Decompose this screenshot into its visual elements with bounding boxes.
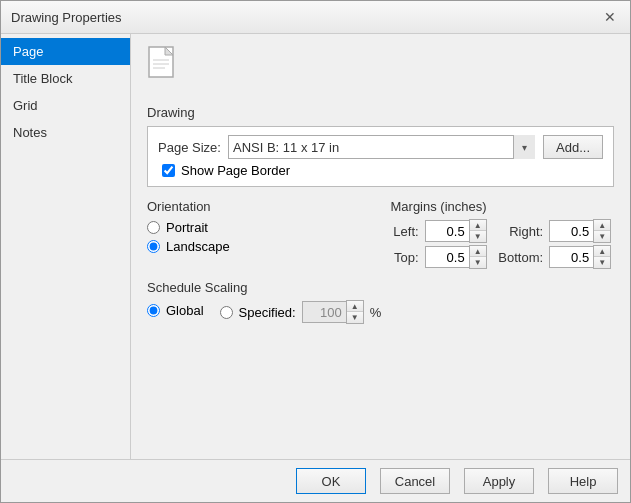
orientation-margins-row: Orientation Portrait Landscape Margins (… xyxy=(147,199,614,268)
add-button[interactable]: Add... xyxy=(543,135,603,159)
show-page-border-checkbox[interactable] xyxy=(162,164,175,177)
cancel-button[interactable]: Cancel xyxy=(380,468,450,494)
left-label: Left: xyxy=(391,224,419,239)
close-button[interactable]: ✕ xyxy=(600,7,620,27)
specified-spin-down[interactable]: ▼ xyxy=(347,312,363,323)
schedule-scaling-label: Schedule Scaling xyxy=(147,280,614,295)
specified-row: Specified: ▲ ▼ % xyxy=(220,301,382,323)
sidebar-item-grid[interactable]: Grid xyxy=(1,92,130,119)
ok-button[interactable]: OK xyxy=(296,468,366,494)
apply-button[interactable]: Apply xyxy=(464,468,534,494)
sidebar-item-page[interactable]: Page xyxy=(1,38,130,65)
page-size-select[interactable]: ANSI B: 11 x 17 in ANSI A: 8.5 x 11 in A… xyxy=(228,135,535,159)
global-radio[interactable] xyxy=(147,304,160,317)
specified-spin-up[interactable]: ▲ xyxy=(347,301,363,312)
right-spin-up[interactable]: ▲ xyxy=(594,220,610,231)
page-size-row: Page Size: ANSI B: 11 x 17 in ANSI A: 8.… xyxy=(158,135,603,159)
bottom-spin-up[interactable]: ▲ xyxy=(594,246,610,257)
drawing-section-box: Page Size: ANSI B: 11 x 17 in ANSI A: 8.… xyxy=(147,126,614,187)
title-bar: Drawing Properties ✕ xyxy=(1,1,630,34)
left-spin-up[interactable]: ▲ xyxy=(470,220,486,231)
left-input[interactable] xyxy=(425,220,469,242)
page-icon xyxy=(147,46,179,84)
landscape-label: Landscape xyxy=(166,239,230,254)
schedule-row: Global Specified: ▲ ▼ % xyxy=(147,301,614,323)
percent-label: % xyxy=(370,305,382,320)
specified-input[interactable] xyxy=(302,301,346,323)
drawing-section-label: Drawing xyxy=(147,105,614,120)
left-spin: ▲ ▼ xyxy=(425,220,490,242)
top-label: Top: xyxy=(391,250,419,265)
margins-grid: Left: ▲ ▼ Right: xyxy=(391,220,615,268)
right-spin-down[interactable]: ▼ xyxy=(594,231,610,242)
orientation-label: Orientation xyxy=(147,199,371,214)
sidebar-item-notes[interactable]: Notes xyxy=(1,119,130,146)
specified-label: Specified: xyxy=(239,305,296,320)
right-spin-buttons: ▲ ▼ xyxy=(593,219,611,243)
show-page-border-label: Show Page Border xyxy=(181,163,290,178)
specified-spin-buttons: ▲ ▼ xyxy=(346,300,364,324)
top-spin-buttons: ▲ ▼ xyxy=(469,245,487,269)
right-spin: ▲ ▼ xyxy=(549,220,614,242)
landscape-radio[interactable] xyxy=(147,240,160,253)
schedule-scaling-section: Schedule Scaling Global Specified: ▲ xyxy=(147,280,614,323)
bottom-spin-buttons: ▲ ▼ xyxy=(593,245,611,269)
bottom-input[interactable] xyxy=(549,246,593,268)
right-input[interactable] xyxy=(549,220,593,242)
portrait-label: Portrait xyxy=(166,220,208,235)
top-spin: ▲ ▼ xyxy=(425,246,490,268)
dialog-title: Drawing Properties xyxy=(11,10,122,25)
right-label: Right: xyxy=(495,224,543,239)
page-size-label: Page Size: xyxy=(158,140,228,155)
content-area: Drawing Page Size: ANSI B: 11 x 17 in AN… xyxy=(131,34,630,459)
portrait-radio[interactable] xyxy=(147,221,160,234)
specified-radio[interactable] xyxy=(220,306,233,319)
global-row: Global xyxy=(147,303,204,318)
left-spin-down[interactable]: ▼ xyxy=(470,231,486,242)
help-button[interactable]: Help xyxy=(548,468,618,494)
drawing-properties-dialog: Drawing Properties ✕ Page Title Block Gr… xyxy=(0,0,631,503)
bottom-spin-down[interactable]: ▼ xyxy=(594,257,610,268)
margins-section: Margins (inches) Left: ▲ ▼ Right: xyxy=(391,199,615,268)
top-spin-up[interactable]: ▲ xyxy=(470,246,486,257)
sidebar-item-title-block[interactable]: Title Block xyxy=(1,65,130,92)
left-spin-buttons: ▲ ▼ xyxy=(469,219,487,243)
bottom-label: Bottom: xyxy=(495,250,543,265)
top-spin-down[interactable]: ▼ xyxy=(470,257,486,268)
dialog-footer: OK Cancel Apply Help xyxy=(1,459,630,502)
dialog-body: Page Title Block Grid Notes xyxy=(1,34,630,459)
bottom-spin: ▲ ▼ xyxy=(549,246,614,268)
drawing-section: Drawing Page Size: ANSI B: 11 x 17 in AN… xyxy=(147,105,614,187)
portrait-row: Portrait xyxy=(147,220,371,235)
top-input[interactable] xyxy=(425,246,469,268)
margins-label: Margins (inches) xyxy=(391,199,615,214)
specified-spin: ▲ ▼ xyxy=(302,301,364,323)
show-page-border-row: Show Page Border xyxy=(158,163,603,178)
sidebar: Page Title Block Grid Notes xyxy=(1,34,131,459)
page-size-select-wrapper: ANSI B: 11 x 17 in ANSI A: 8.5 x 11 in A… xyxy=(228,135,535,159)
orientation-section: Orientation Portrait Landscape xyxy=(147,199,371,268)
landscape-row: Landscape xyxy=(147,239,371,254)
global-label: Global xyxy=(166,303,204,318)
